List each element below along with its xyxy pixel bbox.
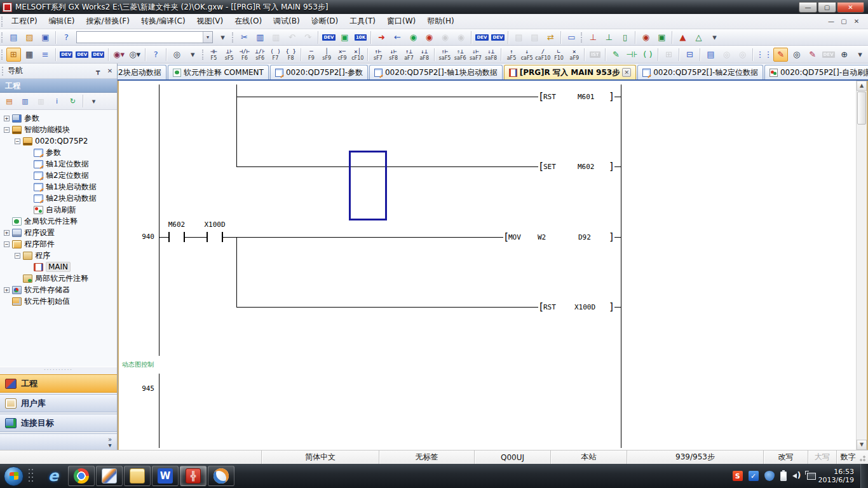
im-param-write-icon[interactable]: ⊥ [586,30,600,44]
scroll-up-icon[interactable]: ▲ [857,81,867,91]
tree-item-参数[interactable]: +参数 [0,112,117,124]
vertical-scrollbar[interactable]: ▲ ▼ [856,81,867,450]
collapse-icon[interactable]: − [4,241,10,247]
device-batch-icon[interactable]: DEV [75,48,90,62]
im-param-read-icon[interactable]: ⊥ [602,30,616,44]
ladder-symbol-F5[interactable]: ⊣⊢F5 [206,46,221,62]
tree-item-自动刷新[interactable]: 自动刷新 [0,204,117,215]
restore-button[interactable]: ▢ [818,2,836,13]
tree-item-0020:QD75P2[interactable]: −0020:QD75P2 [0,135,117,147]
pc-monitor-icon[interactable]: ▭ [564,30,579,44]
ladder-symbol-cF9[interactable]: ✕─cF9 [334,46,349,62]
ladder-symbol-saF5[interactable]: ⇑⊢saF5 [437,46,452,62]
tab-0[interactable]: 轴2块启动数据 [118,65,166,79]
watch-window-icon[interactable]: 10K [353,30,368,44]
menu-item-7[interactable]: 诊断(D) [306,14,344,29]
menu-item-6[interactable]: 调试(B) [268,14,306,29]
device-comment-display-icon[interactable]: DEV [821,48,836,62]
collapse-icon[interactable]: − [15,139,20,144]
redo-icon[interactable]: ↷ [301,30,315,44]
ladder-symbol-F9[interactable]: ─F9 [304,46,319,62]
im-test-icon[interactable]: ▣ [654,30,669,44]
tab-3[interactable]: 0020:QD75P2[]-轴1块启动数据 [369,65,503,79]
scroll-down-icon[interactable]: ▼ [857,440,867,450]
monitor-stop-icon[interactable]: ◉ [422,30,437,44]
monitor-window-icon[interactable]: ▣ [337,30,352,44]
taskbar-chrome[interactable] [68,466,95,486]
toolbar-find-options-icon[interactable]: ▾ [186,48,200,62]
tab-5[interactable]: 0020:QD75P2[]-轴2定位数据 [637,65,763,79]
write-to-plc-icon[interactable]: ➜ [374,30,389,44]
undo-icon[interactable]: ↶ [285,30,299,44]
tree-item-软元件初始值[interactable]: 软元件初始值 [0,295,117,307]
tab-4[interactable]: [PRG]R 写入 MAIN 953步✕ [504,65,636,79]
ladder-symbol-sF7[interactable]: ↑⊢sF7 [370,46,386,62]
tree-item-轴1定位数据[interactable]: 轴1定位数据 [0,158,117,170]
keyword-combobox[interactable]: ▾ [76,31,213,43]
tree-item-轴1块启动数据[interactable]: 轴1块启动数据 [0,181,117,193]
tray-security-shield-icon[interactable] [764,471,775,481]
new-data-icon[interactable]: ▤ [2,94,17,108]
property-icon[interactable]: i [50,94,64,108]
doc-preview-icon[interactable]: ▤ [527,30,542,44]
tab-1[interactable]: 软元件注释 COMMENT [168,65,269,79]
expand-buttons-icon[interactable]: »▾ [108,437,112,448]
ladder-symbol-caF10[interactable]: ∕caF10 [534,46,551,62]
toolbar2-options-icon[interactable]: ▾ [853,48,867,62]
im-flash-rom-icon[interactable]: ▯ [618,30,632,44]
show-desktop-button[interactable] [860,464,868,488]
copy-icon[interactable]: ▥ [253,30,268,44]
ladder-symbol-sF5[interactable]: ⊥⊦sF5 [222,46,237,62]
find-zoom-dd-icon[interactable]: ◎▾ [128,48,142,62]
ladder-symbol-F7[interactable]: ( )F7 [268,46,283,62]
start-button[interactable] [4,466,24,486]
tree-item-轴2定位数据[interactable]: 轴2定位数据 [0,170,117,181]
find-device-icon[interactable]: ◎ [789,48,804,62]
ladder-symbol-aF5[interactable]: ↑aF5 [504,46,519,62]
pos-monitor-icon[interactable]: ▲ [675,30,690,44]
monitor-resume-icon[interactable]: ◉ [454,30,468,44]
ladder-symbol-saF8[interactable]: ⇓⊥saF8 [484,46,499,62]
cut-icon[interactable]: ✂ [237,30,252,44]
tree-item-智能功能模块[interactable]: −智能功能模块 [0,124,117,135]
mdi-minimize-icon[interactable]: — [826,18,836,25]
paste-data-icon[interactable]: ▥ [34,94,48,108]
pin-icon[interactable]: ┳ [93,67,103,74]
device-display-dd-icon[interactable]: ◉▾ [112,48,126,62]
taskbar-explorer[interactable] [124,466,151,486]
tray-network-icon[interactable] [807,473,816,480]
monitor-pause-icon[interactable]: ◉ [438,30,452,44]
zoom-icon[interactable]: ⊕ [837,48,851,62]
nav-userlib-button[interactable]: 用户库 [0,394,117,412]
scrollbar-thumb[interactable] [857,92,866,125]
tree-item-局部软元件注释[interactable]: 局部软元件注释 [0,273,117,284]
tray-battery-icon[interactable] [780,471,787,481]
new-project-icon[interactable]: ▤ [6,30,21,44]
device-monitor-start-icon[interactable]: DEV [475,30,489,44]
collapse-icon[interactable]: − [4,127,10,133]
minimize-button[interactable]: — [799,2,817,13]
device-find-icon[interactable]: DEV [59,48,74,62]
ladder-symbol-sF9[interactable]: │sF9 [319,46,334,62]
find-binoculars-icon[interactable]: ◎ [170,48,184,62]
taskbar-ie[interactable]: e [40,466,67,486]
menu-item-4[interactable]: 视图(V) [191,14,229,29]
tree-item-参数[interactable]: 参数 [0,147,117,158]
ladder-symbol-cF10[interactable]: ✕│cF10 [350,46,365,62]
ladder-symbol-sF8[interactable]: ↓⊢sF8 [386,46,401,62]
menu-item-10[interactable]: 帮助(H) [421,14,459,29]
toolbar-im-options-icon[interactable]: ▾ [707,30,722,44]
taskbar-image-viewer[interactable] [96,466,123,486]
ladder-symbol-aF8[interactable]: ↓⊥aF8 [417,46,432,62]
menu-item-2[interactable]: 搜索/替换(F) [81,14,135,29]
taskbar-gx-works2[interactable]: ╬ [180,466,207,486]
tray-volume-icon[interactable] [792,471,801,481]
collapse-icon[interactable]: − [15,253,20,259]
menu-item-8[interactable]: 工具(T) [344,14,381,29]
ladder-symbol-aF9[interactable]: ✕aF9 [567,46,582,62]
ladder-canvas[interactable]: [RSTM601][SETM602][MOVW2D92][RSTX100D]M6… [119,81,856,450]
nav-connection-button[interactable]: 连接目标 [0,414,117,432]
pos-trace-icon[interactable]: △ [691,30,706,44]
find-prev-icon[interactable]: ◎ [719,48,734,62]
tree-item-程序部件[interactable]: −程序部件 [0,238,117,250]
